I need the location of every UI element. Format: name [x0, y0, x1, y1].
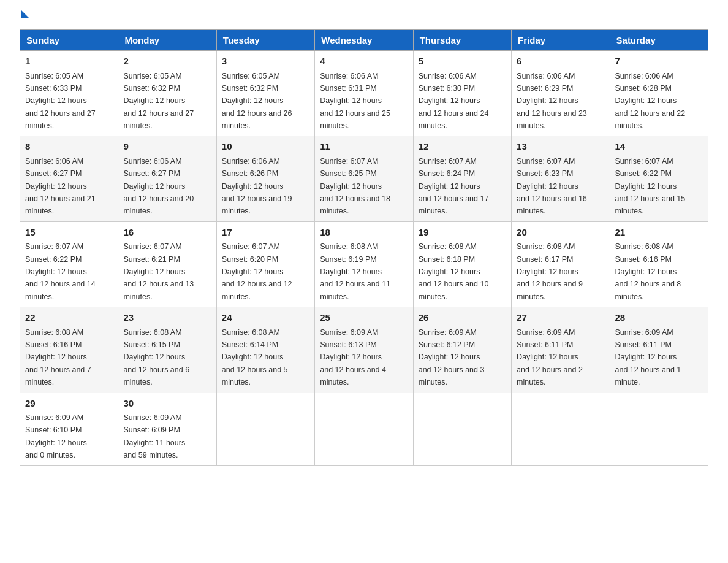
day-info: Sunrise: 6:06 AMSunset: 6:28 PMDaylight:…: [615, 72, 686, 131]
day-number: 13: [517, 140, 604, 154]
day-info: Sunrise: 6:06 AMSunset: 6:27 PMDaylight:…: [25, 157, 96, 216]
calendar-week-row: 8 Sunrise: 6:06 AMSunset: 6:27 PMDayligh…: [20, 136, 708, 221]
day-number: 16: [123, 226, 211, 240]
calendar-week-row: 1 Sunrise: 6:05 AMSunset: 6:33 PMDayligh…: [20, 51, 708, 136]
day-info: Sunrise: 6:07 AMSunset: 6:20 PMDaylight:…: [222, 242, 292, 301]
header-saturday: Saturday: [610, 30, 708, 51]
calendar-header-row: SundayMondayTuesdayWednesdayThursdayFrid…: [20, 30, 708, 51]
header-monday: Monday: [118, 30, 216, 51]
day-number: 27: [517, 311, 604, 325]
day-info: Sunrise: 6:08 AMSunset: 6:16 PMDaylight:…: [25, 328, 91, 387]
day-number: 28: [615, 311, 703, 325]
logo: [20, 15, 29, 16]
calendar-cell: [512, 393, 610, 465]
day-info: Sunrise: 6:05 AMSunset: 6:32 PMDaylight:…: [123, 72, 194, 131]
calendar-cell: 25 Sunrise: 6:09 AMSunset: 6:13 PMDaylig…: [315, 307, 413, 393]
day-info: Sunrise: 6:07 AMSunset: 6:22 PMDaylight:…: [615, 157, 686, 216]
calendar-week-row: 15 Sunrise: 6:07 AMSunset: 6:22 PMDaylig…: [20, 221, 708, 307]
day-number: 1: [25, 55, 113, 69]
calendar-cell: 8 Sunrise: 6:06 AMSunset: 6:27 PMDayligh…: [20, 136, 118, 221]
day-number: 5: [419, 55, 506, 69]
day-number: 23: [123, 311, 211, 325]
day-info: Sunrise: 6:09 AMSunset: 6:11 PMDaylight:…: [615, 328, 681, 387]
day-info: Sunrise: 6:07 AMSunset: 6:23 PMDaylight:…: [517, 157, 587, 216]
calendar-cell: 10 Sunrise: 6:06 AMSunset: 6:26 PMDaylig…: [216, 136, 314, 221]
day-number: 11: [320, 140, 408, 154]
day-number: 7: [615, 55, 703, 69]
day-number: 24: [222, 311, 309, 325]
day-number: 2: [123, 55, 211, 69]
day-info: Sunrise: 6:08 AMSunset: 6:15 PMDaylight:…: [123, 328, 189, 387]
calendar-cell: 5 Sunrise: 6:06 AMSunset: 6:30 PMDayligh…: [413, 51, 511, 136]
day-info: Sunrise: 6:09 AMSunset: 6:10 PMDaylight:…: [25, 413, 87, 459]
day-number: 6: [517, 55, 604, 69]
day-info: Sunrise: 6:07 AMSunset: 6:24 PMDaylight:…: [419, 157, 489, 216]
calendar-cell: 1 Sunrise: 6:05 AMSunset: 6:33 PMDayligh…: [20, 51, 118, 136]
day-info: Sunrise: 6:07 AMSunset: 6:25 PMDaylight:…: [320, 157, 390, 216]
calendar-cell: 30 Sunrise: 6:09 AMSunset: 6:09 PMDaylig…: [118, 393, 216, 465]
calendar-cell: [610, 393, 708, 465]
header-tuesday: Tuesday: [216, 30, 314, 51]
calendar-cell: 4 Sunrise: 6:06 AMSunset: 6:31 PMDayligh…: [315, 51, 413, 136]
calendar-cell: 9 Sunrise: 6:06 AMSunset: 6:27 PMDayligh…: [118, 136, 216, 221]
calendar-cell: 7 Sunrise: 6:06 AMSunset: 6:28 PMDayligh…: [610, 51, 708, 136]
calendar-cell: 27 Sunrise: 6:09 AMSunset: 6:11 PMDaylig…: [512, 307, 610, 393]
calendar-cell: 18 Sunrise: 6:08 AMSunset: 6:19 PMDaylig…: [315, 221, 413, 307]
day-number: 19: [419, 226, 506, 240]
calendar-table: SundayMondayTuesdayWednesdayThursdayFrid…: [20, 29, 708, 466]
header-wednesday: Wednesday: [315, 30, 413, 51]
calendar-cell: 13 Sunrise: 6:07 AMSunset: 6:23 PMDaylig…: [512, 136, 610, 221]
header-friday: Friday: [512, 30, 610, 51]
day-number: 4: [320, 55, 408, 69]
day-info: Sunrise: 6:06 AMSunset: 6:30 PMDaylight:…: [419, 72, 489, 131]
calendar-cell: 15 Sunrise: 6:07 AMSunset: 6:22 PMDaylig…: [20, 221, 118, 307]
day-info: Sunrise: 6:05 AMSunset: 6:33 PMDaylight:…: [25, 72, 96, 131]
day-info: Sunrise: 6:06 AMSunset: 6:27 PMDaylight:…: [123, 157, 194, 216]
header-sunday: Sunday: [20, 30, 118, 51]
day-number: 3: [222, 55, 309, 69]
day-info: Sunrise: 6:09 AMSunset: 6:12 PMDaylight:…: [419, 328, 485, 387]
calendar-cell: [413, 393, 511, 465]
day-info: Sunrise: 6:06 AMSunset: 6:31 PMDaylight:…: [320, 72, 390, 131]
calendar-cell: 14 Sunrise: 6:07 AMSunset: 6:22 PMDaylig…: [610, 136, 708, 221]
day-number: 12: [419, 140, 506, 154]
day-info: Sunrise: 6:08 AMSunset: 6:14 PMDaylight:…: [222, 328, 288, 387]
day-number: 30: [123, 397, 211, 411]
day-number: 9: [123, 140, 211, 154]
calendar-cell: 16 Sunrise: 6:07 AMSunset: 6:21 PMDaylig…: [118, 221, 216, 307]
day-info: Sunrise: 6:09 AMSunset: 6:09 PMDaylight:…: [123, 413, 185, 459]
day-info: Sunrise: 6:08 AMSunset: 6:19 PMDaylight:…: [320, 242, 390, 301]
calendar-cell: 17 Sunrise: 6:07 AMSunset: 6:20 PMDaylig…: [216, 221, 314, 307]
day-info: Sunrise: 6:08 AMSunset: 6:18 PMDaylight:…: [419, 242, 489, 301]
calendar-cell: 22 Sunrise: 6:08 AMSunset: 6:16 PMDaylig…: [20, 307, 118, 393]
day-info: Sunrise: 6:08 AMSunset: 6:16 PMDaylight:…: [615, 242, 681, 301]
calendar-cell: 24 Sunrise: 6:08 AMSunset: 6:14 PMDaylig…: [216, 307, 314, 393]
calendar-cell: [216, 393, 314, 465]
day-number: 21: [615, 226, 703, 240]
calendar-cell: 11 Sunrise: 6:07 AMSunset: 6:25 PMDaylig…: [315, 136, 413, 221]
day-number: 29: [25, 397, 113, 411]
calendar-cell: 19 Sunrise: 6:08 AMSunset: 6:18 PMDaylig…: [413, 221, 511, 307]
day-number: 26: [419, 311, 506, 325]
calendar-cell: 3 Sunrise: 6:05 AMSunset: 6:32 PMDayligh…: [216, 51, 314, 136]
day-info: Sunrise: 6:05 AMSunset: 6:32 PMDaylight:…: [222, 72, 292, 131]
logo-triangle-icon: [21, 10, 29, 18]
day-info: Sunrise: 6:08 AMSunset: 6:17 PMDaylight:…: [517, 242, 583, 301]
day-info: Sunrise: 6:07 AMSunset: 6:21 PMDaylight:…: [123, 242, 194, 301]
day-number: 25: [320, 311, 408, 325]
calendar-cell: 20 Sunrise: 6:08 AMSunset: 6:17 PMDaylig…: [512, 221, 610, 307]
page-header: [20, 15, 708, 17]
calendar-cell: 6 Sunrise: 6:06 AMSunset: 6:29 PMDayligh…: [512, 51, 610, 136]
day-number: 20: [517, 226, 604, 240]
calendar-week-row: 22 Sunrise: 6:08 AMSunset: 6:16 PMDaylig…: [20, 307, 708, 393]
day-number: 15: [25, 226, 113, 240]
calendar-cell: 29 Sunrise: 6:09 AMSunset: 6:10 PMDaylig…: [20, 393, 118, 465]
day-info: Sunrise: 6:07 AMSunset: 6:22 PMDaylight:…: [25, 242, 96, 301]
day-info: Sunrise: 6:09 AMSunset: 6:11 PMDaylight:…: [517, 328, 583, 387]
day-number: 10: [222, 140, 309, 154]
calendar-cell: 12 Sunrise: 6:07 AMSunset: 6:24 PMDaylig…: [413, 136, 511, 221]
day-info: Sunrise: 6:09 AMSunset: 6:13 PMDaylight:…: [320, 328, 386, 387]
day-number: 18: [320, 226, 408, 240]
calendar-cell: 28 Sunrise: 6:09 AMSunset: 6:11 PMDaylig…: [610, 307, 708, 393]
calendar-cell: 26 Sunrise: 6:09 AMSunset: 6:12 PMDaylig…: [413, 307, 511, 393]
